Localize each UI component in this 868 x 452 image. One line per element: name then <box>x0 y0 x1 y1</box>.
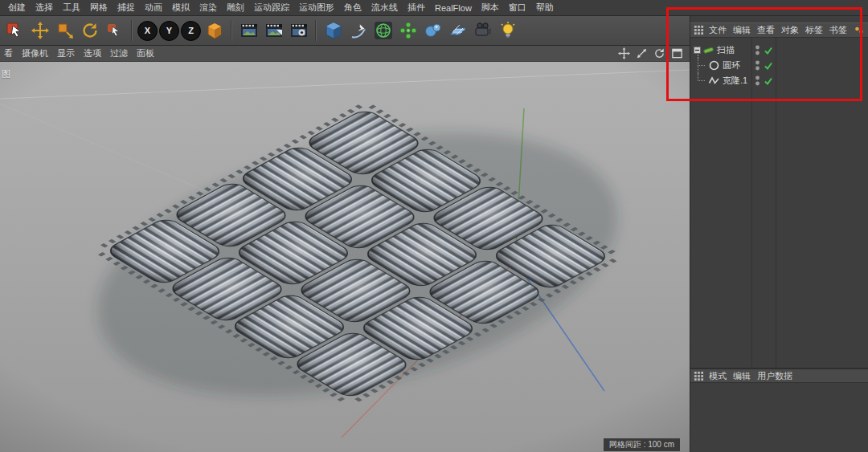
enabled-check[interactable] <box>764 76 773 86</box>
panel-grip-icon[interactable] <box>694 371 704 381</box>
tree-line <box>698 58 705 66</box>
viewport-nav <box>618 47 687 59</box>
viewport-left-label: 图 <box>2 68 10 80</box>
tree-line <box>698 66 698 73</box>
menu-item[interactable]: 窗口 <box>504 2 531 14</box>
toggle-view-icon[interactable] <box>671 47 683 59</box>
om-menu-item[interactable]: 编辑 <box>730 24 754 36</box>
x-lock-button[interactable]: X <box>137 21 158 41</box>
panel-grip-icon[interactable] <box>694 25 704 35</box>
cube-primitive-icon[interactable] <box>321 19 345 43</box>
menu-item[interactable]: 角色 <box>339 2 366 14</box>
visibility-dots[interactable] <box>755 75 760 87</box>
object-label: 扫描 <box>717 44 735 56</box>
array-mograph-icon[interactable] <box>396 19 420 43</box>
menu-item[interactable]: 网格 <box>85 2 113 14</box>
circle-spline-icon <box>708 59 720 71</box>
y-lock-button[interactable]: Y <box>159 21 179 41</box>
om-menu-item[interactable]: 标签 <box>802 24 826 36</box>
toolbar-separator <box>231 20 232 41</box>
floor-icon[interactable] <box>446 19 469 43</box>
visibility-dots[interactable] <box>755 59 760 71</box>
object-row[interactable]: 扫描 <box>690 43 868 58</box>
om-menu-item[interactable]: 书签 <box>826 24 850 36</box>
object-label: 克隆.1 <box>723 75 747 87</box>
coordinate-system-icon[interactable] <box>203 19 226 43</box>
viewport-menu-item[interactable]: 看 <box>2 47 18 59</box>
toolbar-separator <box>315 20 317 41</box>
x-lock-label: X <box>145 26 150 35</box>
rotate-tool-icon[interactable] <box>78 19 101 43</box>
pan-icon[interactable] <box>618 47 630 59</box>
menu-item[interactable]: 工具 <box>58 2 85 14</box>
menu-item[interactable]: 捕捉 <box>113 2 140 14</box>
menu-item[interactable]: 动画 <box>140 2 167 14</box>
tree-line <box>698 73 705 81</box>
3d-scene <box>0 62 690 452</box>
spline-wave-icon <box>708 75 720 87</box>
visibility-dots[interactable] <box>755 44 760 56</box>
viewport-menu-item[interactable]: 摄像机 <box>20 47 53 59</box>
viewport: 看 摄像机 显示 选项 过滤 面板 <box>0 46 690 452</box>
object-tree: 扫描 圆环 <box>690 38 868 368</box>
menu-item[interactable]: 流水线 <box>366 2 403 14</box>
menu-bar: 创建 选择 工具 网格 捕捉 动画 模拟 渲染 雕刻 运动跟踪 运动图形 角色 … <box>0 0 868 16</box>
main-toolbar: X Y Z <box>0 16 690 46</box>
attribute-manager-menu: 模式 编辑 用户数据 <box>690 368 868 383</box>
enabled-check[interactable] <box>764 61 773 71</box>
menu-item[interactable]: 渲染 <box>194 2 222 14</box>
subdivision-surface-icon[interactable] <box>371 19 395 43</box>
viewport-menu-item[interactable]: 面板 <box>135 47 159 59</box>
am-menu-item[interactable]: 编辑 <box>730 370 754 382</box>
enabled-check[interactable] <box>764 46 773 55</box>
viewport-menu-item[interactable]: 显示 <box>55 47 80 59</box>
menu-item[interactable]: 脚本 <box>477 2 504 14</box>
menu-item[interactable]: RealFlow <box>430 3 477 13</box>
light-icon[interactable] <box>496 19 519 43</box>
layers-icon[interactable] <box>854 25 865 36</box>
scale-tool-icon[interactable] <box>53 19 76 43</box>
menu-item[interactable]: 创建 <box>3 2 31 14</box>
pen-spline-icon[interactable] <box>346 19 370 43</box>
viewport-menu-bar: 看 摄像机 显示 选项 过滤 面板 <box>0 46 690 62</box>
render-picture-viewer-icon[interactable] <box>262 19 285 43</box>
sweep-icon <box>702 44 714 56</box>
rotate-view-icon[interactable] <box>653 47 665 59</box>
expand-toggle[interactable] <box>694 47 701 54</box>
viewport-canvas[interactable]: 图 网格间距 : 100 cm <box>0 62 690 452</box>
last-tool-icon[interactable] <box>103 19 126 43</box>
om-menu-item[interactable]: 查看 <box>754 24 778 36</box>
menu-item[interactable]: 雕刻 <box>222 2 249 14</box>
am-menu-item[interactable]: 用户数据 <box>754 370 796 382</box>
render-settings-icon[interactable] <box>287 19 310 43</box>
attribute-manager-body[interactable] <box>690 383 868 452</box>
object-manager-menu: 文件 编辑 查看 对象 标签 书签 <box>690 22 868 38</box>
live-selection-icon[interactable] <box>3 19 27 43</box>
viewport-menu-item[interactable]: 过滤 <box>108 47 133 59</box>
om-menu-item[interactable]: 对象 <box>778 24 802 36</box>
object-label: 圆环 <box>723 59 740 71</box>
viewport-menu-item[interactable]: 选项 <box>82 47 106 59</box>
menu-item[interactable]: 运动图形 <box>294 2 339 14</box>
menu-item[interactable]: 插件 <box>403 2 430 14</box>
move-tool-icon[interactable] <box>28 19 51 43</box>
render-view-icon[interactable] <box>237 19 260 43</box>
z-lock-label: Z <box>188 26 194 35</box>
camera-icon[interactable] <box>471 19 494 43</box>
metaball-icon[interactable] <box>421 19 444 43</box>
menu-item[interactable]: 选择 <box>31 2 58 14</box>
right-panel: 文件 编辑 查看 对象 标签 书签 扫描 <box>690 16 868 452</box>
z-lock-button[interactable]: Z <box>181 21 201 41</box>
object-row[interactable]: 克隆.1 <box>690 73 868 88</box>
toolbar-separator <box>131 20 133 41</box>
grid-spacing-label: 网格间距 : 100 cm <box>604 438 680 451</box>
dolly-icon[interactable] <box>636 47 648 59</box>
object-row[interactable]: 圆环 <box>690 58 868 73</box>
om-menu-item[interactable]: 文件 <box>706 24 730 36</box>
menu-item[interactable]: 模拟 <box>167 2 194 14</box>
am-menu-item[interactable]: 模式 <box>706 370 730 382</box>
y-lock-label: Y <box>166 26 172 35</box>
menu-item[interactable]: 运动跟踪 <box>249 2 294 14</box>
menu-item[interactable]: 帮助 <box>531 2 559 14</box>
